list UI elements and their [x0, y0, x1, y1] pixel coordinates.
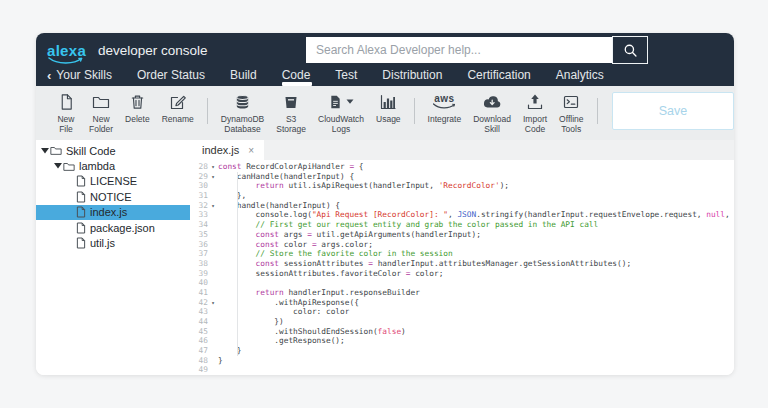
file-icon — [76, 175, 86, 187]
nav-item-label: Test — [335, 68, 357, 82]
file-tree: Skill CodelambdaLICENSENOTICEindex.jspac… — [36, 140, 190, 375]
nav-item-distribution[interactable]: Distribution — [382, 63, 442, 86]
line-number: 48 — [190, 356, 208, 366]
file-icon — [76, 206, 86, 218]
main-nav: ‹Your SkillsOrder StatusBuildCodeTestDis… — [47, 63, 734, 86]
code-line-47: 47 } — [190, 346, 734, 356]
tree-expand-caret-icon[interactable] — [40, 148, 50, 154]
tree-item-package-json[interactable]: package.json — [36, 220, 190, 235]
nav-item-certification[interactable]: Certification — [467, 63, 530, 86]
tree-item-notice[interactable]: NOTICE — [36, 189, 190, 204]
line-number: 41 — [190, 288, 208, 298]
save-button[interactable]: Save — [612, 92, 734, 130]
line-number: 31 — [190, 191, 208, 201]
code-line-45: 45 .withShouldEndSession(false) — [190, 327, 734, 337]
tree-item-skill-code[interactable]: Skill Code — [36, 143, 190, 158]
tree-item-index-js[interactable]: index.js — [36, 205, 190, 220]
tab-label: index.js — [202, 144, 239, 156]
code-line-40: 40 — [190, 278, 734, 288]
new-file-icon — [58, 93, 75, 111]
product-title: developer console — [98, 43, 208, 58]
tree-item-lambda[interactable]: lambda — [36, 158, 190, 173]
toolbar-button-s3-storage[interactable]: S3 Storage — [270, 86, 312, 134]
toolbar-button-usage[interactable]: Usage — [370, 86, 407, 124]
tree-item-license[interactable]: LICENSE — [36, 174, 190, 189]
toolbar-button-new-file[interactable]: New File — [49, 86, 83, 134]
nav-item-your-skills[interactable]: ‹Your Skills — [47, 63, 112, 86]
code-text: return handlerInput.responseBuilder — [218, 288, 734, 298]
file-icon — [76, 237, 86, 249]
code-line-36: 36 const color = args.color; — [190, 240, 734, 250]
toolbar-button-label: Offline Tools — [559, 114, 583, 134]
tree-item-label: util.js — [90, 237, 115, 249]
tree-item-label: Skill Code — [66, 145, 116, 157]
tree-item-util-js[interactable]: util.js — [36, 235, 190, 250]
fold-gutter — [208, 249, 218, 259]
fold-gutter — [208, 365, 218, 375]
line-number: 44 — [190, 317, 208, 327]
tab-close-icon[interactable]: × — [248, 145, 254, 156]
nav-item-order-status[interactable]: Order Status — [137, 63, 205, 86]
fold-caret-icon[interactable]: ▾ — [208, 162, 218, 172]
code-line-29: 29▾ canHandle(handlerInput) { — [190, 172, 734, 182]
code-text: const sessionAttributes = handlerInput.a… — [218, 259, 734, 269]
code-text: } — [218, 356, 734, 366]
toolbar-button-import-code[interactable]: Import Code — [517, 86, 553, 134]
code-text: .getResponse(); — [218, 336, 734, 346]
fold-gutter — [208, 336, 218, 346]
fold-gutter — [208, 288, 218, 298]
code-text: }, — [218, 191, 734, 201]
toolbar-button-integrate[interactable]: awsIntegrate — [422, 86, 468, 124]
code-line-38: 38 const sessionAttributes = handlerInpu… — [190, 259, 734, 269]
tree-item-label: lambda — [79, 160, 115, 172]
toolbar-button-new-folder[interactable]: New Folder — [83, 86, 119, 134]
fold-gutter — [208, 278, 218, 288]
nav-item-code[interactable]: Code — [282, 63, 311, 86]
fold-caret-icon[interactable]: ▾ — [208, 172, 218, 182]
search-button[interactable] — [612, 36, 648, 64]
code-text: handle(handlerInput) { — [218, 201, 734, 211]
toolbar-button-delete[interactable]: Delete — [119, 86, 156, 124]
toolbar-separator — [414, 98, 415, 124]
line-number: 32 — [190, 201, 208, 211]
code-area[interactable]: 28▾const RecordColorApiHandler = {29▾ ca… — [190, 160, 734, 375]
line-number: 34 — [190, 220, 208, 230]
toolbar-separator — [597, 98, 598, 124]
fold-gutter — [208, 210, 218, 220]
tree-expand-caret-icon[interactable] — [53, 163, 63, 169]
toolbar-button-cloudwatch-logs[interactable]: CloudWatch Logs — [312, 86, 370, 134]
toolbar-button-offline-tools[interactable]: Offline Tools — [553, 86, 589, 134]
line-number: 47 — [190, 346, 208, 356]
nav-item-test[interactable]: Test — [335, 63, 357, 86]
fold-gutter — [208, 269, 218, 279]
code-line-35: 35 const args = util.getApiArguments(han… — [190, 230, 734, 240]
download-icon — [482, 93, 502, 111]
code-text — [218, 278, 734, 288]
code-text: canHandle(handlerInput) { — [218, 172, 734, 182]
search-input[interactable] — [306, 37, 612, 63]
cloudwatch-icon — [328, 93, 343, 111]
nav-item-analytics[interactable]: Analytics — [556, 63, 604, 86]
fold-caret-icon[interactable]: ▾ — [208, 201, 218, 211]
code-text: sessionAttributes.favoriteColor = color; — [218, 269, 734, 279]
nav-item-label: Analytics — [556, 68, 604, 82]
code-text: const args = util.getApiArguments(handle… — [218, 230, 734, 240]
fold-caret-icon[interactable]: ▾ — [208, 298, 218, 308]
line-number: 37 — [190, 249, 208, 259]
fold-gutter — [208, 230, 218, 240]
fold-gutter — [208, 317, 218, 327]
fold-gutter — [208, 327, 218, 337]
nav-item-label: Code — [282, 68, 311, 82]
toolbar-button-label: Rename — [162, 114, 194, 124]
toolbar-button-download-skill[interactable]: Download Skill — [467, 86, 517, 134]
fold-gutter — [208, 307, 218, 317]
fold-gutter — [208, 181, 218, 191]
code-text: console.log("Api Request [RecordColor]: … — [218, 210, 734, 220]
code-line-42: 42▾ .withApiResponse({ — [190, 298, 734, 308]
tab-index-js[interactable]: index.js × — [190, 140, 264, 160]
toolbar-button-rename[interactable]: Rename — [156, 86, 200, 124]
caret-down-icon[interactable] — [343, 99, 354, 105]
toolbar-button-dynamodb-database[interactable]: DynamoDB Database — [215, 86, 270, 134]
nav-item-build[interactable]: Build — [230, 63, 257, 86]
code-line-34: 34 // First get our request entity and g… — [190, 220, 734, 230]
